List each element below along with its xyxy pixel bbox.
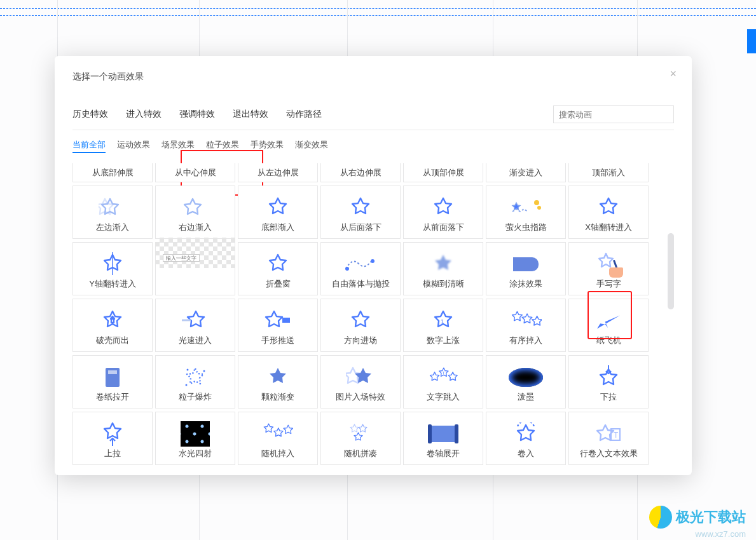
effect-label: 卷轴展开 xyxy=(427,448,460,459)
effect-card[interactable]: 右边渐入 xyxy=(155,186,235,239)
effect-label: 萤火虫指路 xyxy=(505,222,547,233)
effect-card[interactable]: 破壳而出 xyxy=(72,299,153,352)
effect-card[interactable]: 随机掉入 xyxy=(238,412,318,465)
subtab-gradient[interactable]: 渐变效果 xyxy=(295,139,328,153)
effect-label: 粒子爆炸 xyxy=(179,391,212,403)
svg-point-1 xyxy=(537,206,541,210)
effect-card[interactable]: 下拉 xyxy=(568,355,649,408)
handwrite-icon xyxy=(596,252,621,276)
svg-rect-6 xyxy=(282,318,290,323)
effect-label: 从底部伸展 xyxy=(92,167,134,179)
effect-card[interactable]: Y轴翻转进入 xyxy=(72,242,153,295)
effect-card[interactable]: X轴翻转进入 xyxy=(568,186,649,239)
effect-card[interactable]: 上拉 xyxy=(72,412,153,465)
effect-card[interactable]: 左边渐入 xyxy=(72,186,153,239)
effect-label: X轴翻转进入 xyxy=(585,222,632,233)
tab-enter[interactable]: 进入特效 xyxy=(126,109,162,120)
effect-label: 涂抹效果 xyxy=(509,278,542,290)
sparks-icon xyxy=(181,421,210,447)
effect-label: 左边渐入 xyxy=(96,222,129,233)
effect-card[interactable]: 手形推送 xyxy=(238,299,318,352)
effect-card[interactable]: 随机拼凑 xyxy=(320,412,401,465)
effect-card[interactable]: T文字跳入 xyxy=(403,355,483,408)
animation-picker-dialog: 选择一个动画效果 × 历史特效 进入特效 强调特效 退出特效 动作路径 当前全部… xyxy=(55,56,692,475)
effect-label: 数字上涨 xyxy=(427,335,460,346)
effect-card[interactable]: 图片入场特效 xyxy=(320,355,401,408)
effect-card[interactable]: 底部渐入 xyxy=(238,186,318,239)
tab-exit[interactable]: 退出特效 xyxy=(233,109,268,120)
effect-label: 手形推送 xyxy=(261,335,294,346)
effect-label: 破壳而出 xyxy=(96,335,129,346)
effect-card[interactable]: 顶部渐入 xyxy=(568,163,649,182)
svg-text:T: T xyxy=(614,431,619,440)
effect-label: 方向进场 xyxy=(344,335,377,346)
effect-label: 从后面落下 xyxy=(340,222,381,233)
effect-label: 有序掉入 xyxy=(509,335,542,346)
effect-card[interactable]: T行卷入文本效果 xyxy=(568,412,649,465)
effect-card[interactable]: 自由落体与抛投 xyxy=(320,242,401,295)
main-tabs: 历史特效 进入特效 强调特效 退出特效 动作路径 xyxy=(72,105,674,130)
sub-tabs: 当前全部 运动效果 场景效果 粒子效果 手势效果 渐变效果 xyxy=(72,139,674,158)
effect-card[interactable]: 颗粒渐变 xyxy=(238,355,318,408)
scrollbar-thumb[interactable] xyxy=(668,233,674,309)
effect-card[interactable]: 卷入 xyxy=(486,412,566,465)
effect-label: 从前面落下 xyxy=(423,222,464,233)
effect-label: 随机掉入 xyxy=(261,448,294,459)
effect-card[interactable]: 从底部伸展 xyxy=(72,163,153,182)
effect-card[interactable]: 水光四射 xyxy=(155,412,235,465)
watermark-url: www.xz7.com xyxy=(696,529,746,539)
effect-card[interactable]: 从后面落下 xyxy=(320,186,401,239)
scroll-icon xyxy=(430,426,457,442)
effect-card[interactable]: 光速进入 xyxy=(155,299,235,352)
subtab-all[interactable]: 当前全部 xyxy=(72,139,106,153)
effect-card[interactable]: 折叠窗 xyxy=(238,242,318,295)
effect-card[interactable]: 方向进场 xyxy=(320,299,401,352)
svg-point-8 xyxy=(187,369,189,371)
effect-card[interactable]: 模糊到清晰 xyxy=(403,242,483,295)
effect-label: 渐变进入 xyxy=(509,167,542,179)
close-button[interactable]: × xyxy=(670,67,677,81)
effect-card[interactable]: 从右边伸展 xyxy=(320,163,401,182)
effect-card[interactable]: 从中心伸展 xyxy=(155,163,235,182)
effect-card[interactable]: 有序掉入 xyxy=(486,299,566,352)
effect-card[interactable]: 输入一些文字 xyxy=(155,242,235,295)
effect-label: 卷纸拉开 xyxy=(96,391,129,403)
effect-card[interactable]: 泼墨 xyxy=(486,355,566,408)
effect-label: 颗粒渐变 xyxy=(261,391,294,403)
effect-card[interactable]: 粒子爆炸 xyxy=(155,355,235,408)
effects-grid[interactable]: 从底部伸展 从中心伸展 从左边伸展 从右边伸展 从顶部伸展 渐变进入 顶部渐入 … xyxy=(72,163,674,468)
effect-label: 泼墨 xyxy=(518,391,534,403)
effect-card[interactable]: 从左边伸展 xyxy=(238,163,318,182)
guide-line xyxy=(0,15,756,16)
ink-icon xyxy=(509,368,543,387)
highlight-handwrite xyxy=(588,291,632,339)
effect-card[interactable]: 1数字上涨 xyxy=(403,299,483,352)
effect-card[interactable]: 从前面落下 xyxy=(403,186,483,239)
svg-point-3 xyxy=(345,267,349,271)
effect-label: 底部渐入 xyxy=(261,222,294,233)
effect-label: 模糊到清晰 xyxy=(423,278,464,290)
search-input[interactable] xyxy=(553,105,674,123)
effect-card[interactable]: 卷轴展开 xyxy=(403,412,483,465)
watermark: 极光下载站 xyxy=(649,506,746,529)
effect-label: 卷入 xyxy=(518,448,534,459)
svg-text:T: T xyxy=(443,371,445,375)
selection-edge[interactable] xyxy=(747,29,756,53)
tab-motionpath[interactable]: 动作路径 xyxy=(286,109,322,120)
effect-label: 文字跳入 xyxy=(427,391,460,403)
svg-text:1: 1 xyxy=(441,318,444,325)
effect-card[interactable]: 卷纸拉开 xyxy=(72,355,153,408)
brush-icon xyxy=(513,257,539,271)
effect-card[interactable]: 渐变进入 xyxy=(486,163,566,182)
effect-card[interactable]: 从顶部伸展 xyxy=(403,163,483,182)
effect-card[interactable]: 涂抹效果 xyxy=(486,242,566,295)
effect-label: 水光四射 xyxy=(179,448,212,459)
effect-label: 下拉 xyxy=(600,391,617,403)
effect-card[interactable]: 萤火虫指路 xyxy=(486,186,566,239)
watermark-icon xyxy=(649,506,672,529)
effect-label: 随机拼凑 xyxy=(344,448,377,459)
subtab-motion[interactable]: 运动效果 xyxy=(117,139,150,153)
tab-emphasis[interactable]: 强调特效 xyxy=(179,109,215,120)
tab-history[interactable]: 历史特效 xyxy=(72,109,108,120)
effect-card-handwrite[interactable]: 手写字 xyxy=(568,242,649,295)
